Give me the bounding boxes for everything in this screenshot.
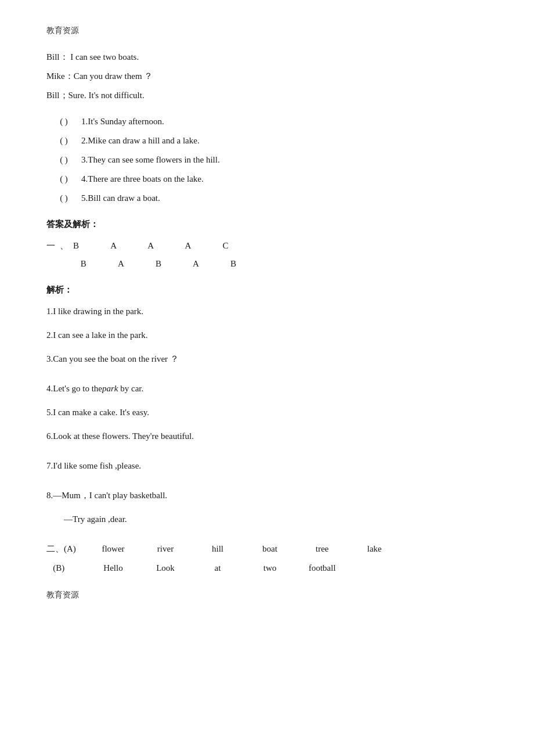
answer-row1-label: 一、B A A A C — [46, 241, 233, 250]
question-item-2: ( ) 2.Mike can draw a hill and a lake. — [46, 133, 488, 149]
word-look: Look — [139, 560, 192, 576]
question-paren-2: ( ) — [46, 133, 81, 149]
analysis-item-9: —Try again ,dear. — [64, 512, 488, 527]
analysis-item-5: 5.I can make a cake. It's easy. — [46, 405, 488, 420]
question-item-1: ( ) 1.It's Sunday afternoon. — [46, 114, 488, 129]
part-two-words-b: Hello Look at two football — [87, 560, 348, 576]
analysis-item-3: 3.Can you see the boat on the river ？ — [46, 351, 488, 367]
questions-section: ( ) 1.It's Sunday afternoon. ( ) 2.Mike … — [46, 114, 488, 206]
answer-row2-values: B A B A B — [46, 259, 241, 268]
dialog-line-2: Mike：Can you draw them ？ — [46, 69, 488, 84]
dialog-line-1: Bill： I can see two boats. — [46, 49, 488, 65]
question-paren-4: ( ) — [46, 171, 81, 187]
dialog-line-3: Bill；Sure. It's not difficult. — [46, 88, 488, 103]
part-two-words-a: flower river hill boat tree lake — [87, 541, 400, 557]
word-hello: Hello — [87, 560, 139, 576]
answer-row-1: 一、B A A A C — [46, 238, 488, 254]
word-flower: flower — [87, 541, 139, 557]
part-two-label-a: 二、(A) — [46, 541, 87, 557]
analysis-title: 解析： — [46, 282, 488, 298]
analysis-item-2: 2.I can see a lake in the park. — [46, 327, 488, 343]
question-paren-5: ( ) — [46, 190, 81, 206]
part-two: 二、(A) flower river hill boat tree lake (… — [46, 541, 488, 576]
question-text-4: 4.There are three boats on the lake. — [81, 171, 204, 187]
word-hill: hill — [192, 541, 244, 557]
part-two-label-b: (B) — [46, 560, 87, 576]
word-tree: tree — [296, 541, 348, 557]
question-item-5: ( ) 5.Bill can draw a boat. — [46, 190, 488, 206]
part-two-row-b: (B) Hello Look at two football — [46, 560, 488, 576]
part-two-row-a: 二、(A) flower river hill boat tree lake — [46, 541, 488, 557]
question-text-3: 3.They can see some flowers in the hill. — [81, 152, 220, 168]
question-text-5: 5.Bill can draw a boat. — [81, 190, 160, 206]
question-item-4: ( ) 4.There are three boats on the lake. — [46, 171, 488, 187]
analysis-item-6: 6.Look at these flowers. They're beautif… — [46, 429, 488, 444]
analysis-item-8: 8.—Mum，I can't play basketball. — [46, 488, 488, 503]
answer-section: 答案及解析： 一、B A A A C B A B A B — [46, 217, 488, 272]
word-boat: boat — [244, 541, 296, 557]
question-text-2: 2.Mike can draw a hill and a lake. — [81, 133, 200, 149]
question-paren-1: ( ) — [46, 114, 81, 129]
header-label: 教育资源 — [46, 23, 488, 38]
question-item-3: ( ) 3.They can see some flowers in the h… — [46, 152, 488, 168]
analysis-item-4: 4.Let's go to thepark by car. — [46, 381, 488, 397]
question-text-1: 1.It's Sunday afternoon. — [81, 114, 164, 129]
answer-row-2: B A B A B — [46, 256, 488, 272]
word-at: at — [192, 560, 244, 576]
answer-title: 答案及解析： — [46, 217, 488, 232]
analysis-item-7: 7.I'd like some fish ,please. — [46, 458, 488, 474]
analysis-item-1: 1.I like drawing in the park. — [46, 304, 488, 319]
footer-label: 教育资源 — [46, 588, 488, 602]
analysis-section: 解析： 1.I like drawing in the park. 2.I ca… — [46, 282, 488, 527]
word-football: football — [296, 560, 348, 576]
word-lake: lake — [348, 541, 400, 557]
word-two: two — [244, 560, 296, 576]
word-river: river — [139, 541, 192, 557]
dialog-section: Bill： I can see two boats. Mike：Can you … — [46, 49, 488, 103]
question-paren-3: ( ) — [46, 152, 81, 168]
